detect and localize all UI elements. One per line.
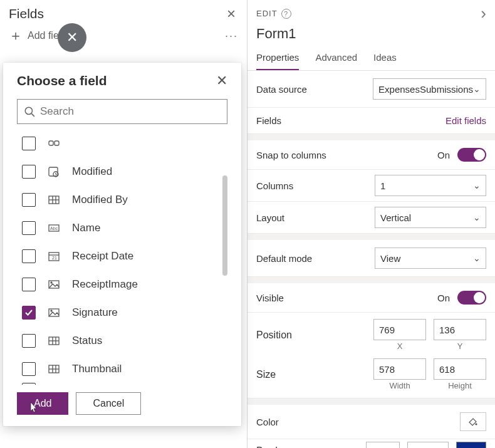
chevron-down-icon: ⌄ <box>473 180 481 190</box>
checkbox[interactable] <box>22 334 36 348</box>
more-icon[interactable]: ··· <box>225 29 238 43</box>
link-icon <box>47 137 61 150</box>
data-source-select[interactable]: ExpensesSubmissions⌄ <box>373 78 486 100</box>
field-row[interactable] <box>22 129 241 157</box>
fields-label: Fields <box>256 115 281 126</box>
visible-toggle[interactable] <box>457 291 486 305</box>
color-label: Color <box>256 417 279 427</box>
field-row[interactable]: 21 Receipt Date <box>22 242 241 270</box>
svg-point-29 <box>475 423 477 425</box>
close-fields-panel-icon[interactable]: × <box>227 6 236 21</box>
search-icon <box>24 106 35 117</box>
columns-select[interactable]: 1⌄ <box>375 175 486 196</box>
chevron-down-icon: ⌄ <box>473 84 481 94</box>
svg-point-0 <box>25 107 32 114</box>
svg-text:21: 21 <box>52 256 57 260</box>
tab-properties[interactable]: Properties <box>256 47 299 70</box>
chevron-right-icon[interactable]: › <box>481 4 486 23</box>
search-input[interactable] <box>17 99 227 124</box>
position-label: Position <box>256 330 292 341</box>
default-mode-select[interactable]: View⌄ <box>375 247 486 269</box>
border-label: Border <box>256 445 286 448</box>
chevron-down-icon: ⌄ <box>473 253 481 263</box>
field-row[interactable]: Modified By <box>22 185 241 214</box>
field-row[interactable]: ReceiptImage <box>22 270 241 298</box>
svg-point-16 <box>51 282 52 283</box>
grid-icon <box>47 334 61 348</box>
border-width-input[interactable]: 0 <box>407 442 449 448</box>
field-row[interactable]: Thumbnail <box>22 355 241 383</box>
default-mode-label: Default mode <box>256 253 312 264</box>
close-icon: ✕ <box>66 29 78 46</box>
field-list: Modified Modified By Abc Name 21 Receipt… <box>3 129 241 385</box>
checkbox[interactable] <box>22 137 36 150</box>
size-label: Size <box>256 369 276 380</box>
border-color-swatch[interactable] <box>456 442 486 448</box>
visible-label: Visible <box>256 293 284 303</box>
snap-label: Snap to columns <box>256 150 326 160</box>
color-picker[interactable] <box>460 412 486 431</box>
add-button[interactable]: Add <box>17 392 68 415</box>
checkbox[interactable] <box>22 221 36 235</box>
grid-icon <box>47 193 61 207</box>
abc-icon: Abc <box>47 383 61 385</box>
search-field[interactable] <box>40 105 221 118</box>
field-row[interactable]: Abc Title <box>22 383 241 385</box>
field-label: Name <box>72 222 100 234</box>
position-x-input[interactable]: 769 <box>373 319 426 340</box>
abc-icon: Abc <box>47 221 61 235</box>
add-field-row[interactable]: ＋ Add field ··· <box>0 25 247 51</box>
help-icon[interactable]: ? <box>281 9 291 19</box>
border-style-select[interactable]: ⌄ <box>366 442 400 448</box>
right-properties-panel: EDIT ? › Form1 Properties Advanced Ideas… <box>248 0 495 448</box>
size-width-input[interactable]: 578 <box>373 358 426 380</box>
scrollbar[interactable] <box>222 175 227 276</box>
paint-bucket-icon <box>468 417 478 427</box>
field-row[interactable]: Signature <box>22 298 241 326</box>
field-label: Status <box>72 335 102 347</box>
layout-select[interactable]: Vertical⌄ <box>375 207 486 228</box>
field-label: Title <box>72 383 92 385</box>
cancel-button[interactable]: Cancel <box>76 392 141 415</box>
data-source-label: Data source <box>256 84 307 95</box>
checkbox[interactable] <box>22 306 36 320</box>
checkbox[interactable] <box>22 249 36 263</box>
size-height-input[interactable]: 618 <box>434 358 486 380</box>
field-row[interactable]: Abc Name <box>22 214 241 242</box>
checkbox[interactable] <box>22 383 36 385</box>
snap-toggle[interactable] <box>457 148 486 162</box>
tab-ideas[interactable]: Ideas <box>373 47 397 70</box>
floating-close-bubble[interactable]: ✕ <box>58 23 86 52</box>
field-row[interactable]: Status <box>22 326 241 355</box>
height-sublabel: Height <box>448 381 472 390</box>
date-icon: 21 <box>47 249 61 263</box>
edit-header: EDIT ? <box>256 9 291 19</box>
tab-advanced[interactable]: Advanced <box>315 47 357 70</box>
y-sublabel: Y <box>457 341 463 351</box>
svg-line-1 <box>31 113 34 117</box>
checkbox[interactable] <box>22 193 36 207</box>
field-label: ReceiptImage <box>72 278 138 291</box>
grid-icon <box>47 362 61 376</box>
form-title: Form1 <box>248 23 495 47</box>
field-label: Modified <box>72 165 112 178</box>
plus-icon: ＋ <box>9 26 23 45</box>
checkbox[interactable] <box>22 362 36 376</box>
position-y-input[interactable]: 136 <box>434 319 486 340</box>
svg-rect-2 <box>49 141 53 145</box>
svg-rect-3 <box>55 141 59 145</box>
columns-label: Columns <box>256 180 293 191</box>
edit-fields-link[interactable]: Edit fields <box>446 115 486 126</box>
width-sublabel: Width <box>389 381 410 390</box>
fields-panel-title: Fields <box>9 6 44 21</box>
checkbox[interactable] <box>22 278 36 291</box>
field-label: Thumbnail <box>72 363 122 375</box>
x-sublabel: X <box>397 341 403 351</box>
svg-point-18 <box>51 310 52 311</box>
clock-icon <box>47 165 61 179</box>
choose-field-modal: Choose a field ✕ Modified Modified By <box>3 63 241 426</box>
close-modal-icon[interactable]: ✕ <box>216 73 227 89</box>
image-icon <box>47 306 61 320</box>
field-row[interactable]: Modified <box>22 157 241 185</box>
checkbox[interactable] <box>22 165 36 179</box>
